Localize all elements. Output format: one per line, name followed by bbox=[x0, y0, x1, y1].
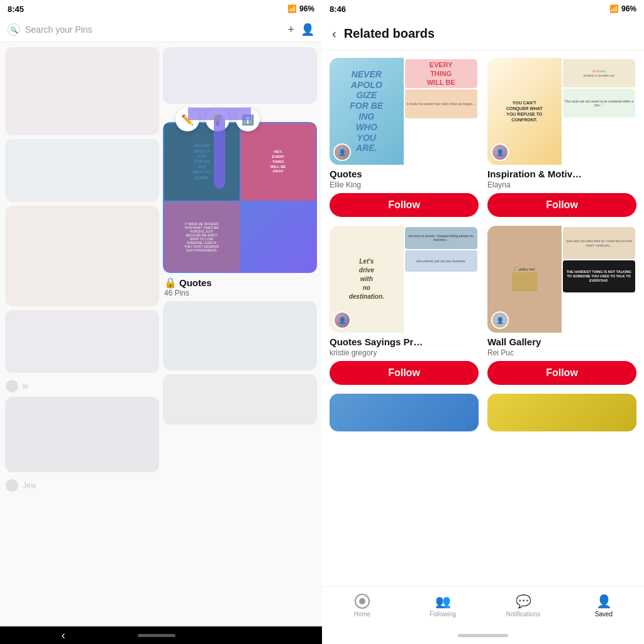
left-panel: 8:45 📶 96% 🔍 Search your Pins + 👤 w bbox=[0, 0, 322, 644]
board-avatar-quotes: 👤 bbox=[333, 143, 351, 161]
board-thumbnail-quotes[interactable]: NEVERAPOLOGIZEFOR BEINGWHOYOUARE. HEY,EV… bbox=[330, 58, 479, 165]
back-nav-arrow[interactable]: ‹ bbox=[62, 629, 65, 642]
right-status-icons: 📶 96% bbox=[609, 4, 636, 13]
following-icon: 👥 bbox=[435, 594, 451, 609]
tab-saved[interactable]: 👤 Saved bbox=[564, 594, 644, 618]
tab-notifications-label: Notifications bbox=[506, 611, 540, 618]
board-thumb-2b: "Our souls are not meant to be contained… bbox=[563, 89, 636, 117]
board-author-inspiration: Elayna bbox=[487, 180, 636, 189]
board-thumb-1b: it made me wonder how many times we forg… bbox=[405, 89, 478, 118]
tab-following[interactable]: 👥 Following bbox=[402, 594, 483, 618]
board-avatar-wall-gallery: 👤 bbox=[491, 311, 509, 329]
partial-board-2[interactable] bbox=[487, 394, 636, 431]
partial-boards-row bbox=[330, 394, 636, 431]
board-name-quotes: Quotes bbox=[330, 169, 479, 179]
wifi-icon: 📶 bbox=[609, 4, 619, 13]
board-item-quotes: NEVERAPOLOGIZEFOR BEINGWHOYOUARE. HEY,EV… bbox=[330, 58, 479, 217]
board-avatar-inspiration: 👤 bbox=[491, 143, 509, 161]
quotes-board-wrapper: ✏️ 💡 ⬆️ bbox=[163, 108, 317, 297]
edit-icon[interactable]: ✏️ bbox=[175, 108, 199, 131]
board-images: NEVERAPOLOGIZEFOR BEINGWHO YOU ARE. HEY,… bbox=[163, 122, 317, 273]
board-img-1: NEVERAPOLOGIZEFOR BEINGWHO YOU ARE. bbox=[164, 123, 240, 201]
boards-scroll[interactable]: NEVERAPOLOGIZEFOR BEINGWHOYOUARE. HEY,EV… bbox=[322, 50, 644, 586]
follow-button-quotes[interactable]: Follow bbox=[330, 193, 479, 217]
avatar bbox=[5, 479, 19, 492]
board-item-inspiration: YOU CAN'TCONQUER WHATYOU REFUSE TOCONFRO… bbox=[487, 58, 636, 217]
quotes-board-card[interactable]: NEVERAPOLOGIZEFOR BEINGWHO YOU ARE. HEY,… bbox=[163, 122, 317, 273]
idea-icon[interactable]: 💡 bbox=[206, 108, 230, 131]
boards-grid: NEVERAPOLOGIZEFOR BEINGWHOYOUARE. HEY,EV… bbox=[330, 58, 636, 385]
left-status-icons: 📶 96% bbox=[287, 4, 314, 13]
board-thumbnail-wall-gallery[interactable]: 🖼️ gallery wall I just wish you were her… bbox=[487, 226, 636, 333]
bottom-tab-bar: Home 👥 Following 💬 Notifications 👤 Saved bbox=[322, 586, 644, 626]
search-placeholder: Search your Pins bbox=[25, 25, 92, 35]
pin-card[interactable] bbox=[163, 47, 317, 104]
pin-card[interactable] bbox=[163, 301, 317, 370]
tab-following-label: Following bbox=[430, 611, 456, 618]
add-icon[interactable]: + bbox=[287, 23, 294, 36]
left-time: 8:45 bbox=[8, 4, 24, 14]
battery-label: 96% bbox=[299, 4, 314, 13]
profile-icon[interactable]: 👤 bbox=[301, 23, 314, 36]
search-actions: + 👤 bbox=[287, 23, 314, 36]
search-bar: 🔍 Search your Pins + 👤 bbox=[0, 18, 322, 42]
pin-card[interactable] bbox=[5, 47, 159, 135]
lock-icon: 🔒 bbox=[164, 277, 177, 289]
board-actions: ✏️ 💡 ⬆️ bbox=[163, 108, 317, 131]
board-img-2: HEY,EVERYTHINGWILL BEOKAY bbox=[241, 123, 316, 201]
pin-card[interactable] bbox=[5, 206, 159, 306]
notifications-icon: 💬 bbox=[516, 594, 531, 609]
back-button[interactable]: ‹ bbox=[332, 26, 336, 41]
tab-home[interactable]: Home bbox=[322, 594, 402, 618]
follow-button-inspiration[interactable]: Follow bbox=[487, 193, 636, 217]
signal-icon: 📶 bbox=[287, 4, 297, 13]
follow-button-wall-gallery[interactable]: Follow bbox=[487, 361, 636, 385]
page-title: Related boards bbox=[344, 26, 435, 41]
tab-notifications[interactable]: 💬 Notifications bbox=[483, 594, 564, 618]
board-thumb-4a: I just wish you were here so I could tel… bbox=[563, 227, 636, 259]
board-info: 🔒 Quotes 46 Pins bbox=[163, 277, 317, 297]
avatar bbox=[5, 379, 19, 393]
board-thumbnail-inspiration[interactable]: YOU CAN'TCONQUER WHATYOU REFUSE TOCONFRO… bbox=[487, 58, 636, 165]
right-status-bar: 8:46 📶 96% bbox=[322, 0, 644, 18]
board-thumb-1a: HEY,EVERYTHINGWILL BEOKAY bbox=[405, 59, 478, 88]
board-thumb-3b: not a secret, just not your business. bbox=[405, 250, 478, 272]
board-author-quotes: Ellie King bbox=[330, 180, 479, 189]
home-icon bbox=[355, 594, 370, 609]
left-status-bar: 8:45 📶 96% bbox=[0, 0, 322, 18]
right-pin-column: ✏️ 💡 ⬆️ bbox=[163, 47, 317, 621]
battery-right: 96% bbox=[621, 4, 636, 13]
tab-home-label: Home bbox=[354, 611, 371, 618]
pin-card[interactable] bbox=[5, 310, 159, 373]
pin-card[interactable] bbox=[163, 374, 317, 425]
search-icon: 🔍 bbox=[8, 23, 20, 36]
board-avatar-quotes-sayings: 👤 bbox=[333, 311, 351, 329]
board-thumb-4b: THE HARDEST THING IS NOT TALKING TO SOME… bbox=[563, 260, 636, 292]
share-icon[interactable]: ⬆️ bbox=[236, 108, 260, 131]
right-home-indicator bbox=[322, 626, 644, 644]
pin-card[interactable] bbox=[5, 139, 159, 202]
board-label-w: w bbox=[23, 382, 28, 391]
board-name: Quotes bbox=[179, 277, 212, 288]
board-author-wall-gallery: Rei Puc bbox=[487, 348, 636, 357]
board-thumbnail-quotes-sayings[interactable]: Let'sdrivewithnodestination. become so p… bbox=[330, 226, 479, 333]
board-author-quotes-sayings: kristie gregory bbox=[330, 348, 479, 357]
right-panel: 8:46 📶 96% ‹ Related boards NEVERAPOLOGI… bbox=[322, 0, 644, 644]
home-pill bbox=[138, 634, 175, 637]
tab-saved-label: Saved bbox=[595, 611, 613, 618]
board-name-quotes-sayings: Quotes Sayings Pr… bbox=[330, 336, 479, 347]
board-name-inspiration: Inspiration & Motiv… bbox=[487, 169, 636, 179]
left-pin-column: w Jew bbox=[5, 47, 159, 621]
right-home-pill bbox=[458, 634, 508, 637]
partial-board-1[interactable] bbox=[330, 394, 479, 431]
pins-grid: w Jew ✏️ 💡 ⬆️ bbox=[0, 42, 322, 626]
board-count: 46 Pins bbox=[164, 289, 316, 297]
right-header: ‹ Related boards bbox=[322, 18, 644, 50]
board-name-wall-gallery: Wall Gallery bbox=[487, 336, 636, 347]
board-img-3: IT MADE ME WONDERHOW MANY TIMES WEFORGIV… bbox=[164, 202, 240, 272]
pin-card[interactable] bbox=[5, 397, 159, 472]
board-thumb-3a: become so private. i stopped telling peo… bbox=[405, 227, 478, 249]
search-input-area[interactable]: 🔍 Search your Pins bbox=[8, 23, 287, 36]
follow-button-quotes-sayings[interactable]: Follow bbox=[330, 361, 479, 385]
right-time: 8:46 bbox=[330, 4, 346, 14]
